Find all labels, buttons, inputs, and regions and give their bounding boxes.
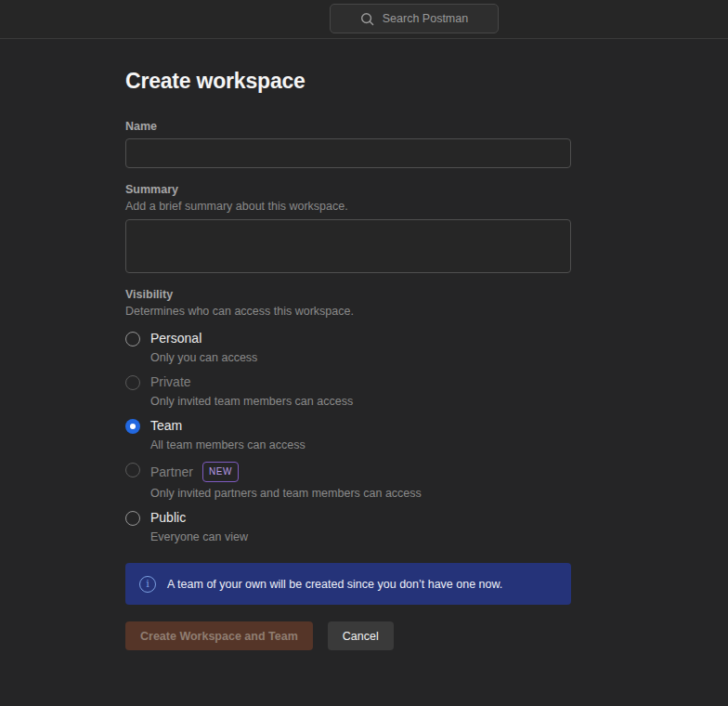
option-description: Only you can access bbox=[150, 351, 257, 364]
name-input[interactable] bbox=[125, 138, 571, 168]
summary-label: Summary bbox=[125, 183, 571, 196]
option-label: Team bbox=[150, 418, 306, 434]
new-badge: NEW bbox=[202, 462, 239, 482]
search-input[interactable]: Search Postman bbox=[330, 4, 499, 33]
visibility-label: Visibility bbox=[125, 288, 571, 301]
option-label: PartnerNEW bbox=[150, 462, 422, 482]
info-banner-text: A team of your own will be created since… bbox=[167, 578, 502, 591]
option-description: All team members can access bbox=[150, 438, 306, 451]
summary-input[interactable] bbox=[125, 219, 571, 273]
cancel-button[interactable]: Cancel bbox=[328, 621, 394, 650]
radio-option-team[interactable]: Team All team members can access bbox=[125, 418, 571, 451]
radio-option-public[interactable]: Public Everyone can view bbox=[125, 510, 571, 543]
option-label: Private bbox=[150, 374, 353, 390]
page-title: Create workspace bbox=[125, 69, 571, 94]
option-description: Everyone can view bbox=[150, 530, 248, 543]
radio-option-personal[interactable]: Personal Only you can access bbox=[125, 331, 571, 364]
radio-option-partner[interactable]: PartnerNEW Only invited partners and tea… bbox=[125, 462, 571, 500]
info-icon: i bbox=[139, 576, 156, 593]
radio-disabled-icon bbox=[125, 463, 140, 477]
option-label: Public bbox=[150, 510, 248, 526]
create-workspace-and-team-button[interactable]: Create Workspace and Team bbox=[125, 621, 313, 650]
top-bar: Search Postman bbox=[0, 0, 728, 39]
create-workspace-page: Create workspace Name Summary Add a brie… bbox=[0, 39, 571, 650]
info-banner: i A team of your own will be created sin… bbox=[125, 563, 571, 605]
radio-unselected-icon[interactable] bbox=[125, 332, 140, 346]
option-description: Only invited team members can access bbox=[150, 395, 353, 408]
search-icon bbox=[360, 12, 374, 26]
visibility-help: Determines who can access this workspace… bbox=[125, 305, 571, 318]
option-description: Only invited partners and team members c… bbox=[150, 487, 422, 500]
summary-help: Add a brief summary about this workspace… bbox=[125, 200, 571, 213]
radio-unselected-icon[interactable] bbox=[125, 511, 140, 526]
radio-option-private[interactable]: Private Only invited team members can ac… bbox=[125, 374, 571, 408]
action-buttons: Create Workspace and Team Cancel bbox=[125, 621, 571, 650]
search-placeholder: Search Postman bbox=[383, 12, 468, 25]
visibility-options: Personal Only you can access Private Onl… bbox=[125, 331, 571, 543]
radio-selected-icon[interactable] bbox=[125, 419, 140, 434]
radio-disabled-icon bbox=[125, 375, 140, 390]
option-label: Personal bbox=[150, 331, 257, 346]
name-label: Name bbox=[125, 120, 571, 133]
